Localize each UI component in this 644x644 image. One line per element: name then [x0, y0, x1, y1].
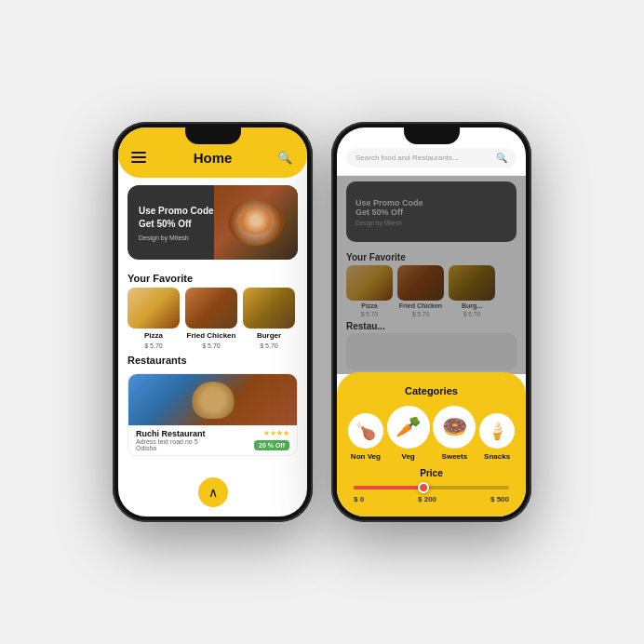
favorites-title: Your Favorite: [118, 267, 307, 288]
restaurant-stars: ★★★★: [263, 429, 289, 437]
chicken-image: [185, 288, 237, 329]
restaurant-info: Ruchi Restaurant Adress text road no 5 O…: [128, 425, 297, 455]
price-section: Price $ 0 $ 200 $ 500: [346, 468, 517, 503]
dimmed-content: Use Promo Code Get 50% Off Design by Mit…: [337, 176, 526, 374]
promo-text: Use Promo Code Get 50% Off Design by Mit…: [127, 195, 225, 250]
category-veg[interactable]: 🥕 Veg: [387, 406, 430, 461]
restaurant-details: Ruchi Restaurant Adress text road no 5 O…: [136, 429, 206, 451]
restaurant-discount: 20 % Off: [254, 440, 289, 450]
category-nonveg[interactable]: 🍗 Non Veg: [348, 413, 383, 461]
price-title: Price: [346, 468, 517, 478]
promo-credit: Design by Mitesh: [139, 235, 214, 241]
scroll-up-button[interactable]: ∧: [198, 477, 228, 507]
search-icon: 🔍: [496, 153, 507, 163]
categories-icons-row: 🍗 Non Veg 🥕 Veg 🍩 Sweets 🍦 Snacks: [346, 406, 517, 461]
veg-icon: 🥕: [387, 406, 430, 449]
categories-title: Categories: [346, 385, 517, 396]
restaurants-title: Restaurants: [118, 349, 307, 369]
category-sweets[interactable]: 🍩 Sweets: [433, 406, 476, 461]
price-mid-label: $ 200: [418, 495, 436, 503]
hamburger-icon: [131, 156, 146, 158]
category-snacks[interactable]: 🍦 Snacks: [479, 413, 515, 461]
restaurant-name: Ruchi Restaurant: [136, 429, 206, 438]
home-title: Home: [194, 150, 233, 166]
chicken-name: Fried Chicken: [187, 331, 236, 340]
price-slider-container[interactable]: $ 0 $ 200 $ 500: [346, 486, 517, 503]
price-thumb[interactable]: [418, 482, 429, 493]
restaurant-address: Adress text road no 5: [136, 438, 206, 445]
food-card-pizza[interactable]: Pizza $ 5.70: [127, 288, 180, 349]
search-placeholder: Search food and Restaurants...: [356, 154, 491, 162]
price-fill: [354, 486, 423, 490]
search-box[interactable]: Search food and Restaurants... 🔍: [346, 148, 517, 168]
scene: Home 🔍 Use Promo Code Get 50% Off Design…: [113, 122, 531, 522]
restaurant-meta: ★★★★ 20 % Off: [254, 429, 289, 450]
phone-2: Search food and Restaurants... 🔍 Use Pro…: [331, 122, 531, 522]
search-button[interactable]: 🔍: [275, 148, 294, 167]
phone-1: Home 🔍 Use Promo Code Get 50% Off Design…: [113, 122, 313, 522]
pizza-image: [127, 288, 180, 329]
nonveg-label: Non Veg: [351, 452, 381, 461]
restaurant-card-1[interactable]: Ruchi Restaurant Adress text road no 5 O…: [127, 373, 298, 456]
menu-button[interactable]: [131, 148, 150, 167]
price-track: [354, 486, 509, 490]
promo-line2: Get 50% Off: [139, 218, 214, 231]
veg-label: Veg: [402, 452, 415, 461]
food-plate-visual: [228, 199, 284, 246]
burger-image: [243, 288, 295, 329]
nonveg-icon: 🍗: [348, 413, 383, 449]
promo-line1: Use Promo Code: [139, 205, 214, 218]
hamburger-icon: [131, 161, 146, 163]
notch-1: [185, 127, 241, 144]
categories-panel: Categories 🍗 Non Veg 🥕 Veg 🍩 Sweets: [337, 372, 526, 517]
favorites-row: Pizza $ 5.70 Fried Chicken $ 5.70 Burger…: [118, 288, 307, 349]
sandwich-visual: [192, 382, 234, 419]
notch-2: [404, 127, 460, 144]
price-min-label: $ 0: [354, 495, 364, 503]
phone-1-screen: Home 🔍 Use Promo Code Get 50% Off Design…: [118, 127, 307, 517]
burger-name: Burger: [257, 331, 281, 340]
food-card-burger[interactable]: Burger $ 5.70: [243, 288, 295, 349]
promo-banner: Use Promo Code Get 50% Off Design by Mit…: [127, 185, 298, 260]
price-labels: $ 0 $ 200 $ 500: [354, 495, 509, 503]
snacks-icon: 🍦: [479, 413, 515, 449]
promo-image: [214, 185, 298, 260]
pizza-price: $ 5.70: [144, 342, 162, 349]
phone-2-screen: Search food and Restaurants... 🔍 Use Pro…: [337, 127, 526, 517]
pizza-name: Pizza: [144, 331, 163, 340]
dimmed-overlay: [337, 176, 526, 374]
sweets-label: Sweets: [442, 452, 468, 461]
restaurant-image: [128, 374, 297, 425]
chicken-price: $ 5.70: [202, 342, 220, 349]
snacks-label: Snacks: [484, 452, 510, 461]
burger-price: $ 5.70: [260, 342, 277, 349]
price-max-label: $ 500: [490, 495, 509, 503]
food-card-chicken[interactable]: Fried Chicken $ 5.70: [185, 288, 237, 349]
hamburger-icon: [131, 152, 146, 154]
restaurant-city: Odisha: [136, 445, 206, 451]
sweets-icon: 🍩: [433, 406, 476, 449]
